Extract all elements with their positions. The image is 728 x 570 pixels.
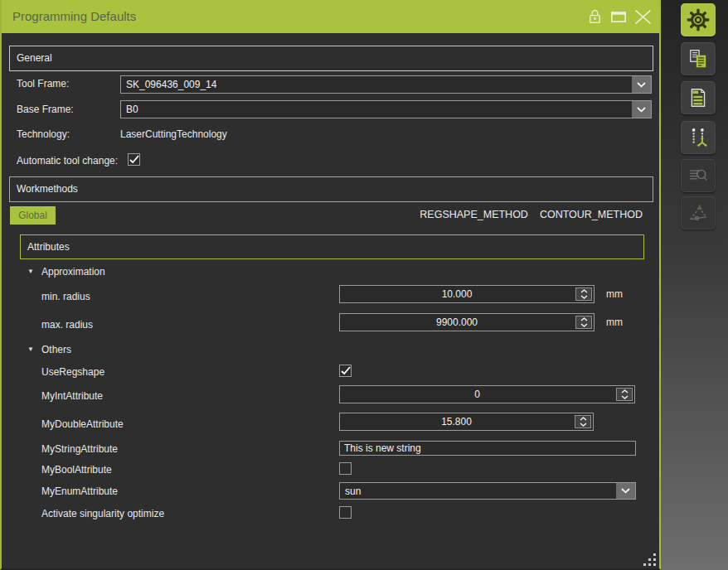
singularity-optimize-checkbox[interactable] — [339, 506, 352, 519]
my-bool-attribute-checkbox[interactable] — [339, 462, 352, 475]
min-radius-label: min. radius — [41, 291, 90, 302]
maximize-icon[interactable] — [611, 0, 626, 33]
lock-icon[interactable] — [589, 0, 601, 33]
max-radius-input[interactable] — [342, 314, 572, 331]
min-radius-input[interactable] — [342, 286, 572, 302]
search-program-icon — [687, 165, 709, 186]
chevron-down-icon[interactable] — [632, 76, 651, 93]
tab-regshape-method[interactable]: REGSHAPE_METHOD — [420, 209, 528, 220]
base-frame-label: Base Frame: — [17, 104, 74, 115]
collapse-triangle-icon[interactable]: ▼ — [27, 268, 34, 275]
spin-down-icon[interactable] — [576, 322, 591, 328]
max-radius-label: max. radius — [41, 319, 93, 331]
method-list: REGSHAPE_METHOD CONTOUR_METHOD — [420, 209, 643, 220]
path-graph-button — [681, 196, 716, 229]
settings-button[interactable] — [681, 3, 716, 36]
tab-global[interactable]: Global — [10, 206, 56, 225]
spin-down-icon[interactable] — [617, 394, 632, 400]
max-radius-spinner[interactable] — [339, 313, 595, 331]
resize-grip[interactable] — [643, 553, 656, 566]
tool-frame-label: Tool Frame: — [17, 78, 69, 89]
base-frame-value: B0 — [126, 101, 629, 118]
my-double-attribute-label: MyDoubleAttribute — [41, 418, 124, 430]
dialog-body: General Tool Frame: SK_096436_009_14 Bas… — [2, 33, 659, 568]
spin-down-icon[interactable] — [575, 422, 590, 428]
approximation-group-label[interactable]: Approximation — [41, 266, 105, 278]
others-group-label[interactable]: Others — [41, 344, 71, 355]
workmethods-group-header[interactable]: Workmethods — [9, 176, 653, 202]
gear-icon — [687, 8, 710, 31]
my-string-attribute-input[interactable] — [339, 441, 636, 456]
tool-frame-combobox[interactable]: SK_096436_009_14 — [120, 75, 652, 94]
my-double-attribute-spinner[interactable] — [339, 413, 594, 431]
spin-up-icon[interactable] — [576, 316, 591, 322]
teach-points-button[interactable] — [681, 121, 716, 154]
use-regshape-label: UseRegshape — [41, 366, 104, 378]
spin-down-icon[interactable] — [576, 294, 591, 300]
use-regshape-checkbox[interactable] — [339, 365, 352, 377]
my-string-attribute-label: MyStringAttribute — [41, 443, 118, 455]
path-graph-icon — [687, 202, 709, 224]
copy-program-button[interactable] — [681, 42, 716, 75]
base-frame-combobox[interactable]: B0 — [120, 100, 652, 118]
technology-value: LaserCuttingTechnology — [120, 128, 227, 140]
my-enum-attribute-combobox[interactable]: sun — [339, 482, 636, 500]
teach-points-icon — [687, 127, 709, 148]
copy-program-icon — [687, 48, 709, 70]
attributes-group-header[interactable]: Attributes — [20, 234, 644, 259]
spin-up-icon[interactable] — [576, 288, 591, 294]
technology-label: Technology: — [17, 128, 70, 140]
program-document-icon — [687, 87, 709, 109]
general-group-header[interactable]: General — [9, 46, 653, 71]
dialog-title: Programming Defaults — [12, 9, 136, 23]
my-int-attribute-input[interactable] — [342, 386, 613, 403]
max-radius-unit: mm — [606, 316, 623, 328]
auto-tool-change-checkbox[interactable] — [128, 153, 140, 166]
toolbar-sidebar — [661, 0, 728, 570]
my-enum-attribute-value: sun — [345, 483, 614, 499]
my-double-attribute-input[interactable] — [342, 413, 571, 430]
attributes-group-label: Attributes — [21, 235, 643, 259]
workmethods-group-label: Workmethods — [10, 177, 653, 201]
auto-tool-change-label: Automatic tool change: — [17, 155, 118, 167]
programming-defaults-dialog: Programming Defaults General To — [0, 0, 661, 570]
my-bool-attribute-label: MyBoolAttribute — [41, 464, 112, 476]
min-radius-spinner[interactable] — [339, 285, 595, 303]
collapse-triangle-icon[interactable]: ▼ — [27, 345, 34, 353]
tool-frame-value: SK_096436_009_14 — [126, 76, 629, 93]
spin-up-icon[interactable] — [617, 389, 632, 394]
spin-up-icon[interactable] — [575, 416, 590, 422]
min-radius-unit: mm — [606, 288, 623, 300]
search-program-button — [681, 159, 716, 192]
close-icon[interactable] — [634, 0, 652, 33]
my-int-attribute-spinner[interactable] — [339, 385, 635, 403]
chevron-down-icon[interactable] — [632, 101, 651, 118]
chevron-down-icon[interactable] — [616, 483, 635, 499]
singularity-optimize-label: Activate singularity optimize — [41, 508, 164, 519]
titlebar[interactable]: Programming Defaults — [2, 0, 659, 33]
general-group-label: General — [10, 46, 653, 70]
tab-contour-method[interactable]: CONTOUR_METHOD — [540, 209, 643, 220]
my-enum-attribute-label: MyEnumAttribute — [41, 485, 118, 497]
my-int-attribute-label: MyIntAttribute — [41, 390, 103, 402]
program-document-button[interactable] — [681, 81, 716, 114]
